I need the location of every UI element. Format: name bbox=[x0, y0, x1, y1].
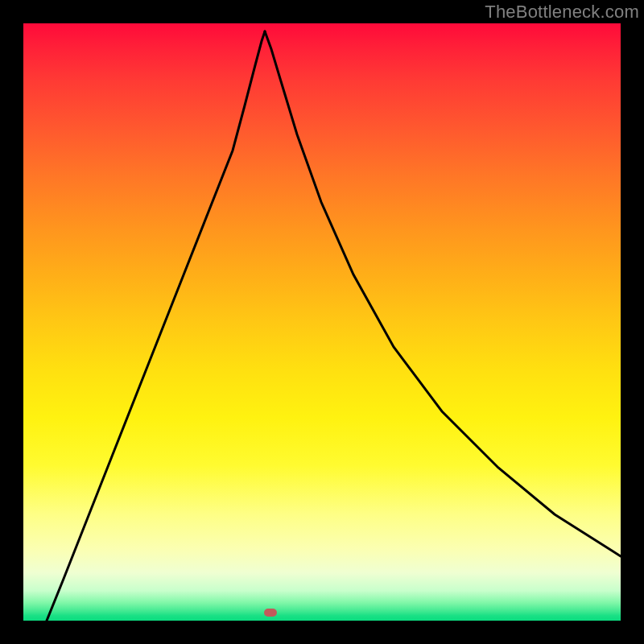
curve-left-branch bbox=[47, 31, 265, 621]
watermark-text: TheBottleneck.com bbox=[485, 2, 639, 23]
chart-frame: TheBottleneck.com bbox=[0, 0, 644, 644]
curve-right-branch bbox=[265, 31, 621, 556]
bottleneck-curve bbox=[23, 23, 621, 621]
plot-area bbox=[23, 23, 621, 621]
minimum-marker bbox=[264, 609, 277, 617]
